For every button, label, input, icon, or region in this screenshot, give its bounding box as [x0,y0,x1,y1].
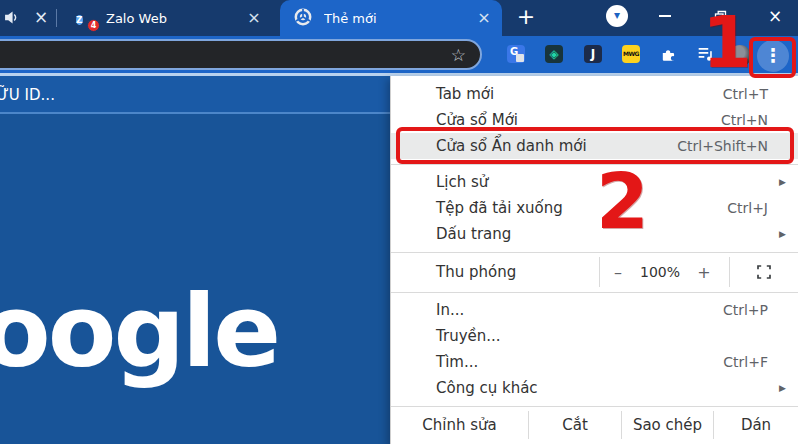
submenu-arrow-icon: ▶ [779,383,786,393]
menu-item-history[interactable]: Lịch sử ▶ [391,169,798,195]
tab-close-icon[interactable]: × [244,8,264,28]
menu-item-shortcut: Ctrl+J [727,200,768,216]
menu-item-more-tools[interactable]: Công cụ khác ▶ [391,375,798,401]
menu-item-new-tab[interactable]: Tab mới Ctrl+T [391,81,798,107]
menu-item-shortcut: Ctrl+T [723,86,768,102]
browser-window: × Z 4 Zalo Web × [0,0,798,444]
zoom-label: Thu phóng [391,263,516,281]
submenu-arrow-icon: ▶ [779,177,786,187]
annotation-step-2: 2 [596,164,649,240]
menu-separator [391,406,798,407]
menu-item-shortcut: Ctrl+F [723,354,768,370]
browser-toolbar: ☆ G ◈ J MWG ⋮ [0,36,798,73]
menu-item-shortcut: Ctrl+P [723,302,768,318]
menu-item-label: Lịch sử [436,173,488,191]
extension-google-translate-icon[interactable]: G [507,45,525,63]
minimize-icon [659,15,671,17]
edit-label: Chỉnh sửa [391,411,528,439]
tab-audio-speaker-icon [4,10,19,25]
menu-zoom-row: Thu phóng – 100% + [391,257,798,287]
paste-button[interactable]: Dán [713,411,798,439]
window-close-button[interactable]: × [755,0,795,32]
tab-zalo-web[interactable]: Z 4 Zalo Web × [62,0,272,36]
menu-item-shortcut: Ctrl+N [721,112,768,128]
menu-item-find[interactable]: Tìm... Ctrl+F [391,349,798,375]
tab-separator [56,9,57,27]
menu-item-label: Công cụ khác [436,379,538,397]
zoom-divider [599,257,600,287]
tab-new-tab-active[interactable]: Thẻ mới × [280,0,502,36]
new-tab-button[interactable]: + [513,4,539,30]
fullscreen-button[interactable] [757,265,771,279]
bookmark-star-icon[interactable]: ☆ [451,45,466,65]
extension-diamond-icon[interactable]: ◈ [545,45,563,63]
submenu-arrow-icon: ▶ [779,229,786,239]
menu-item-label: Truyền... [436,327,501,345]
annotation-box-menu-button [749,37,796,78]
translate-card-shape [516,54,524,62]
chrome-favicon-icon [294,8,314,28]
fullscreen-icon [757,265,771,279]
menu-item-label: Tab mới [436,85,494,103]
menu-item-label: Tìm... [436,353,478,371]
google-logo-text: oogle [0,284,278,379]
zalo-favicon-letter: Z [76,15,83,25]
menu-item-label: Dấu trang [436,225,511,243]
page-header-text: ỮU ID... [0,86,55,104]
tab-search-button[interactable]: ▾ [606,5,628,27]
zoom-level-value: 100% [629,264,691,280]
menu-item-label: Tệp đã tải xuống [436,199,563,217]
partial-tab-close-icon[interactable]: × [31,6,51,28]
menu-item-print[interactable]: In... Ctrl+P [391,297,798,323]
cut-button[interactable]: Cắt [528,411,621,439]
menu-edit-row: Chỉnh sửa Cắt Sao chép Dán [391,411,798,439]
menu-separator [391,164,798,165]
tab-strip: × Z 4 Zalo Web × [0,0,798,36]
tab-title: Zalo Web [106,11,244,26]
copy-button[interactable]: Sao chép [621,411,713,439]
zoom-in-button[interactable]: + [689,263,719,282]
menu-separator [391,252,798,253]
tab-close-icon[interactable]: × [474,8,494,28]
zalo-favicon: Z 4 [76,8,96,28]
menu-item-label: In... [436,301,464,319]
extensions-puzzle-icon[interactable] [660,45,678,63]
window-minimize-button[interactable] [645,0,685,32]
menu-separator [391,292,798,293]
menu-item-cast[interactable]: Truyền... [391,323,798,349]
tab-title: Thẻ mới [324,11,474,26]
annotation-box-incognito-item [396,127,794,164]
menu-item-downloads[interactable]: Tệp đã tải xuống Ctrl+J [391,195,798,221]
annotation-step-1: 1 [702,6,752,78]
address-bar[interactable]: ☆ [0,39,482,70]
menu-item-bookmarks[interactable]: Dấu trang ▶ [391,221,798,247]
extension-j-icon[interactable]: J [584,45,602,63]
zoom-divider [729,257,730,287]
notification-badge: 4 [87,19,100,32]
extension-mwg-icon[interactable]: MWG [622,45,640,63]
